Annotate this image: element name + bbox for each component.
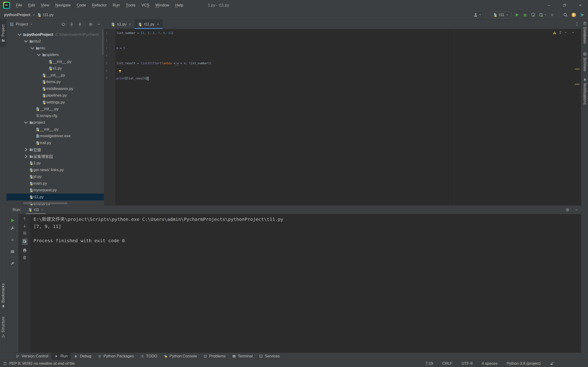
tool-button-python-console[interactable]: Python Console xyxy=(161,353,200,360)
run-tab[interactable]: t11 xyxy=(26,206,46,214)
restore-button[interactable] xyxy=(557,0,572,10)
chevron-down-icon[interactable] xyxy=(30,23,33,25)
code-area[interactable]: list_number = [1, 3, 5, 7, 9, 11] n = 5 … xyxy=(115,29,581,205)
editor-tab-t11-py[interactable]: t11.py xyxy=(135,19,163,29)
editor-tab-s1-py[interactable]: s1.py xyxy=(108,19,135,29)
chevron-down-icon[interactable] xyxy=(29,46,36,50)
tool-stripe-database[interactable]: Database xyxy=(581,22,588,44)
status-widget-0[interactable]: 7:19 xyxy=(425,361,433,366)
menu-file[interactable]: File xyxy=(13,0,25,10)
project-panel-title[interactable]: Project xyxy=(16,22,28,27)
horizontal-scrollbar[interactable] xyxy=(23,202,68,204)
tool-stripe-sciview[interactable]: SciView xyxy=(581,52,588,71)
tree-item[interactable]: 1.py xyxy=(7,160,104,167)
run-button[interactable] xyxy=(515,13,519,17)
status-widget-2[interactable]: UTF-8 xyxy=(461,361,473,366)
hide-panel-button[interactable] xyxy=(97,23,101,26)
chevron-right-icon[interactable] xyxy=(23,155,29,158)
close-icon[interactable] xyxy=(41,209,43,211)
warning-stripe-mark[interactable] xyxy=(575,84,580,85)
hide-panel-button[interactable] xyxy=(575,208,578,212)
tree-item[interactable]: middlewares.py xyxy=(7,85,104,92)
ide-promo-icon[interactable] xyxy=(580,12,585,17)
tool-button-terminal[interactable]: Terminal xyxy=(229,353,256,360)
expand-all-button[interactable] xyxy=(69,22,74,26)
warning-stripe-mark[interactable] xyxy=(575,69,580,69)
tree-item[interactable]: trail.py xyxy=(7,140,104,146)
tree-item[interactable]: items.py xyxy=(7,79,104,85)
tool-stripe-bookmarks[interactable]: Bookmarks xyxy=(0,283,6,308)
pin-tab-button[interactable] xyxy=(10,261,15,266)
tool-button-todo[interactable]: TODO xyxy=(137,353,161,360)
clear-all-button[interactable] xyxy=(23,256,27,260)
tree-item[interactable]: ntu2 xyxy=(7,38,104,45)
tool-stripe-notifications[interactable]: Notifications xyxy=(581,78,588,105)
breadcrumb-file[interactable]: t11.py xyxy=(43,13,53,17)
settings-wrench-icon[interactable] xyxy=(10,226,15,230)
status-widget-4[interactable]: Python 3.8 (project) xyxy=(507,361,541,366)
menu-code[interactable]: Code xyxy=(74,0,89,10)
collaborate-button[interactable] xyxy=(473,13,481,17)
minimize-button[interactable] xyxy=(541,0,557,10)
tab-options-icon[interactable] xyxy=(575,22,579,26)
rerun-button[interactable] xyxy=(10,218,15,223)
debug-button[interactable] xyxy=(523,13,527,17)
chevron-down-icon[interactable] xyxy=(36,53,42,57)
tree-item[interactable]: pythonProjectC:\Users\admin\Pycharm xyxy=(7,31,104,38)
close-icon[interactable] xyxy=(157,23,159,26)
tree-item[interactable]: ?msedgedriver.exe xyxy=(7,133,104,140)
run-configuration-select[interactable]: t11 xyxy=(490,11,511,18)
status-widget-3[interactable]: 4 spaces xyxy=(482,361,498,366)
tree-item[interactable]: jd.py xyxy=(7,173,104,180)
up-stack-trace-button[interactable] xyxy=(23,217,27,221)
tool-button-version-control[interactable]: Version Control xyxy=(13,353,52,360)
select-opened-file-button[interactable] xyxy=(61,22,65,26)
tree-item[interactable]: project xyxy=(7,119,104,126)
gear-icon[interactable] xyxy=(89,22,93,26)
tree-item[interactable]: myrequest.py xyxy=(7,187,104,194)
close-icon[interactable] xyxy=(129,23,131,26)
tree-item[interactable]: get news' links.py xyxy=(7,167,104,173)
run-with-coverage-button[interactable] xyxy=(531,13,536,17)
tree-item[interactable]: __init__.py xyxy=(7,58,104,65)
print-button[interactable] xyxy=(23,248,27,252)
tree-item[interactable]: __init__.py xyxy=(7,72,104,79)
menu-navigate[interactable]: Navigate xyxy=(52,0,74,10)
tree-item[interactable]: ntu xyxy=(7,45,104,52)
tool-button-problems[interactable]: Problems xyxy=(200,353,229,360)
update-available-button[interactable] xyxy=(571,12,576,17)
menu-tools[interactable]: Tools xyxy=(123,0,138,10)
tree-item[interactable]: settings.py xyxy=(7,99,104,106)
menu-refactor[interactable]: Refactor xyxy=(89,0,110,10)
status-message-area[interactable]: PEP 8: W292 no newline at end of file xyxy=(0,361,75,366)
tree-item[interactable]: __init__.py xyxy=(7,126,104,133)
tree-item[interactable]: pipelines.py xyxy=(7,92,104,99)
vertical-scrollbar[interactable] xyxy=(102,30,104,55)
menu-edit[interactable]: Edit xyxy=(25,0,38,10)
chevron-down-icon[interactable] xyxy=(23,40,29,43)
tool-stripe-structure[interactable]: Structure xyxy=(0,317,6,338)
previous-problem-button[interactable] xyxy=(564,31,567,34)
search-everywhere-button[interactable] xyxy=(563,13,568,17)
tree-item[interactable]: spiders xyxy=(7,52,104,58)
tree-item[interactable]: scrapy.cfg xyxy=(7,112,104,119)
menu-window[interactable]: Window xyxy=(152,0,172,10)
tree-item[interactable]: main.py xyxy=(7,180,104,187)
tool-button-services[interactable]: Services xyxy=(256,353,283,360)
tool-stripe-project[interactable]: Project xyxy=(0,19,6,47)
next-problem-button[interactable] xyxy=(571,31,575,34)
menu-help[interactable]: Help xyxy=(172,0,186,10)
scroll-to-end-button[interactable] xyxy=(22,238,27,245)
tool-button-python-packages[interactable]: Python Packages xyxy=(95,353,137,360)
down-stack-trace-button[interactable] xyxy=(23,224,27,228)
tree-item[interactable]: 豆瓣 xyxy=(7,146,104,153)
menu-view[interactable]: View xyxy=(38,0,52,10)
chevron-right-icon[interactable] xyxy=(23,148,29,151)
collapse-all-button[interactable] xyxy=(78,22,82,26)
profiler-button[interactable] xyxy=(539,13,547,17)
tool-button-debug[interactable]: Debug xyxy=(71,353,95,360)
close-button[interactable] xyxy=(572,0,588,10)
tree-item[interactable]: 采集博客园 xyxy=(7,153,104,160)
breadcrumb-project[interactable]: pythonProject xyxy=(4,13,30,17)
tree-item[interactable]: t11.py xyxy=(7,194,104,200)
